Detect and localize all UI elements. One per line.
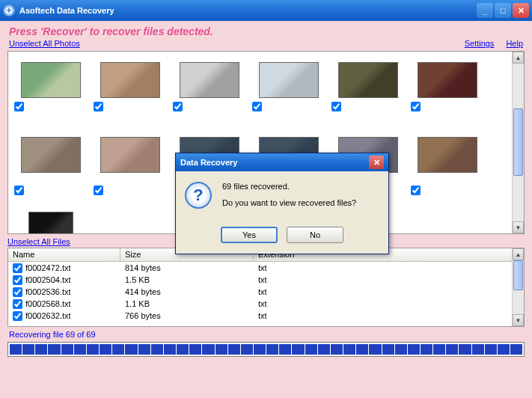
progress-segment	[125, 344, 137, 355]
file-name: f0002504.txt	[25, 275, 71, 284]
photo-item[interactable]	[170, 58, 249, 132]
progress-segment	[74, 344, 86, 355]
photo-item[interactable]	[408, 132, 487, 207]
progress-segment	[112, 344, 124, 355]
progress-segment	[408, 344, 420, 355]
files-scrollbar[interactable]: ▲ ▼	[512, 248, 524, 326]
photo-item[interactable]	[91, 132, 170, 207]
dialog-line2: Do you want to view recovered files?	[222, 198, 356, 207]
progress-segment	[459, 344, 471, 355]
file-name: f0002568.txt	[25, 299, 71, 308]
scroll-down-button[interactable]: ▼	[513, 221, 524, 233]
settings-link[interactable]: Settings	[465, 39, 495, 48]
table-row[interactable]: f0002472.txt814 bytestxt	[8, 262, 524, 274]
yes-button[interactable]: Yes	[221, 227, 278, 243]
file-size: 766 bytes	[120, 311, 254, 320]
photo-checkbox[interactable]	[411, 186, 421, 195]
table-row[interactable]: f0002632.txt766 bytestxt	[8, 310, 524, 322]
file-extension: txt	[254, 287, 524, 296]
progress-segment	[177, 344, 189, 355]
table-row[interactable]: f0002568.txt1.1 KBtxt	[8, 298, 524, 310]
photo-item[interactable]	[11, 58, 91, 132]
photo-item[interactable]	[408, 58, 487, 132]
file-name: f0002632.txt	[25, 311, 71, 320]
progress-segment	[433, 344, 445, 355]
scroll-thumb[interactable]	[513, 108, 523, 176]
progress-bar	[7, 342, 525, 357]
photo-checkbox[interactable]	[173, 102, 183, 111]
file-size: 814 bytes	[120, 263, 254, 272]
photo-item[interactable]	[249, 58, 328, 132]
progress-segment	[279, 344, 291, 355]
progress-segment	[395, 344, 407, 355]
progress-segment	[498, 344, 510, 355]
progress-segment	[189, 344, 201, 355]
photo-item[interactable]	[11, 132, 91, 207]
help-link[interactable]: Help	[506, 39, 523, 48]
file-size: 1.5 KB	[120, 275, 254, 284]
photo-thumbnail	[100, 137, 160, 173]
photo-checkbox[interactable]	[331, 102, 341, 111]
table-row[interactable]: f0002536.txt414 bytestxt	[8, 286, 524, 298]
file-size: 1.1 KB	[120, 299, 254, 308]
photo-thumbnail	[338, 62, 398, 98]
progress-segment	[228, 344, 240, 355]
photo-thumbnail	[100, 62, 160, 98]
dialog-line1: 69 files recovered.	[222, 182, 356, 191]
progress-segment	[382, 344, 394, 355]
photo-item[interactable]	[91, 58, 170, 132]
close-button[interactable]: ✕	[513, 3, 529, 18]
scroll-down-button[interactable]: ▼	[513, 314, 524, 326]
photo-checkbox[interactable]	[94, 186, 103, 195]
file-checkbox[interactable]	[13, 287, 22, 297]
table-row[interactable]: f0002504.txt1.5 KBtxt	[8, 274, 524, 286]
photo-checkbox[interactable]	[14, 102, 24, 111]
scroll-thumb[interactable]	[513, 260, 523, 290]
files-panel: Name Size Extension f0002472.txt814 byte…	[7, 248, 525, 327]
unselect-files-link[interactable]: Unselect All Files	[7, 237, 70, 246]
photos-scrollbar[interactable]: ▲ ▼	[512, 52, 524, 233]
progress-segment	[35, 344, 47, 355]
file-size: 414 bytes	[120, 287, 254, 296]
file-checkbox[interactable]	[13, 311, 22, 321]
photo-thumbnail	[418, 62, 477, 98]
scroll-up-button[interactable]: ▲	[513, 248, 524, 260]
photo-thumbnail	[180, 62, 239, 98]
minimize-button[interactable]: _	[477, 3, 493, 18]
file-checkbox[interactable]	[13, 263, 22, 273]
dialog-title: Data Recovery	[180, 158, 237, 167]
progress-segment	[292, 344, 304, 355]
dialog-titlebar: Data Recovery ✕	[176, 153, 388, 171]
photo-checkbox[interactable]	[94, 102, 103, 111]
photo-checkbox[interactable]	[411, 102, 421, 111]
progress-segment	[215, 344, 227, 355]
progress-segment	[138, 344, 150, 355]
no-button[interactable]: No	[287, 227, 343, 243]
photo-thumbnail	[21, 137, 81, 173]
file-checkbox[interactable]	[13, 299, 22, 309]
photo-thumbnail	[28, 212, 73, 234]
photo-checkbox[interactable]	[14, 186, 24, 195]
progress-segment	[10, 344, 22, 355]
file-checkbox[interactable]	[13, 275, 22, 285]
dialog-close-button[interactable]: ✕	[369, 156, 384, 169]
maximize-button[interactable]: □	[495, 3, 511, 18]
scroll-up-button[interactable]: ▲	[513, 52, 524, 64]
progress-segment	[100, 344, 111, 355]
photo-item[interactable]	[11, 207, 91, 234]
progress-segment	[22, 344, 34, 355]
column-header-name[interactable]: Name	[8, 248, 120, 261]
progress-segment	[472, 344, 484, 355]
progress-segment	[87, 344, 99, 355]
file-name: f0002536.txt	[25, 287, 71, 296]
unselect-photos-link[interactable]: Unselect All Photos	[9, 39, 80, 48]
titlebar: Asoftech Data Recovery _ □ ✕	[0, 0, 532, 21]
file-name: f0002472.txt	[25, 263, 71, 272]
photo-checkbox[interactable]	[252, 102, 262, 111]
progress-segment	[343, 344, 355, 355]
file-extension: txt	[254, 275, 524, 284]
progress-segment	[510, 344, 522, 355]
question-icon: ?	[185, 182, 212, 209]
file-extension: txt	[254, 311, 524, 320]
photo-item[interactable]	[328, 58, 408, 132]
